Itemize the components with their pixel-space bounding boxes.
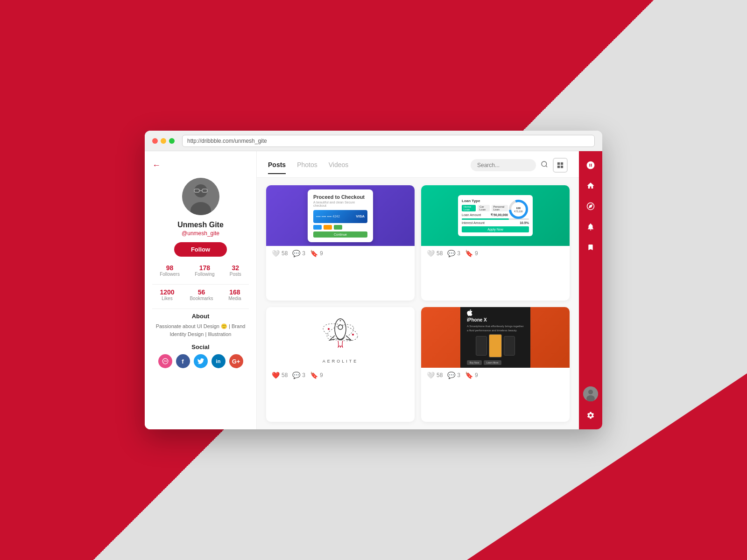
checkout-credit-card: •••• •••• •••• 4242 VISA [313,210,367,223]
social-icons: f in G+ [158,354,243,368]
bookmark-group-4[interactable]: 🔖 9 [465,371,478,379]
svg-point-17 [338,325,343,329]
rs-compass-icon[interactable] [582,198,599,215]
iphone-phone-dark [476,336,487,356]
rs-bookmark-icon[interactable] [582,239,599,256]
post-card-iphone: iPhone X A Smartphone that effortlessly … [421,307,570,422]
social-google[interactable]: G+ [229,354,243,368]
bookmark-group-2[interactable]: 🔖 9 [465,250,478,257]
like-group-4[interactable]: 🤍 58 [427,371,443,379]
rs-home-icon[interactable] [582,177,599,194]
traffic-light-red[interactable] [152,138,158,144]
bookmark-icon-4[interactable]: 🔖 [465,371,473,379]
tab-posts[interactable]: Posts [268,161,286,174]
post-image-loan[interactable]: EMI ₹73,100 Loan Type Home Loan Car Loan… [421,185,570,246]
loan-tab-home[interactable]: Home Loan [462,205,476,211]
heart-icon-3[interactable]: ❤️ [272,371,280,379]
post-actions-2: 🤍 58 💬 3 🔖 9 [421,246,570,261]
checkout-button[interactable]: Continue [313,231,367,238]
app-content: ← Unmesh Gite @unmesh_gite Follow [145,151,602,429]
bookmark-count-3: 9 [320,372,323,378]
like-count-2: 58 [437,250,443,257]
svg-point-7 [542,161,547,167]
post-image-aerolite[interactable]: AEROLITE [266,307,415,368]
tab-photos[interactable]: Photos [297,161,317,174]
traffic-light-green[interactable] [169,138,175,144]
address-bar[interactable]: http://dribbble.com/unmesh_gite [182,135,595,147]
aerolite-text: AEROLITE [323,359,359,364]
svg-text:₹73,100: ₹73,100 [514,210,523,213]
search-button[interactable] [541,161,548,170]
social-dribbble[interactable] [158,354,172,368]
social-facebook[interactable]: f [176,354,190,368]
following-value: 178 [199,264,210,272]
comment-icon-3[interactable]: 💬 [292,371,300,379]
rs-settings-icon[interactable] [582,407,599,424]
bookmarks-value: 56 [198,288,205,296]
stat-bookmarks: 56 Bookmarks [190,288,213,301]
comment-count-1: 3 [302,250,305,257]
heart-icon-2[interactable]: 🤍 [427,250,435,257]
media-value: 168 [229,288,240,296]
bookmark-group-3[interactable]: 🔖 9 [310,371,323,379]
comment-icon-4[interactable]: 💬 [447,371,455,379]
main-area: Posts Photos Videos [257,151,579,429]
follow-button[interactable]: Follow [174,242,227,257]
stat-media: 168 Media [228,288,241,301]
like-group-1[interactable]: 🤍 58 [272,250,288,257]
likes-label: Likes [162,296,172,301]
iphone-card-inner: iPhone X A Smartphone that effortlessly … [460,307,530,368]
bookmark-icon-3[interactable]: 🔖 [310,371,318,379]
bookmark-icon-2[interactable]: 🔖 [465,250,473,257]
social-linkedin[interactable]: in [211,354,226,368]
comment-group-4[interactable]: 💬 3 [447,371,460,379]
bookmark-count-1: 9 [320,250,323,257]
bookmark-count-4: 9 [475,372,478,378]
profile-username: @unmesh_gite [182,230,219,237]
heart-icon-4[interactable]: 🤍 [427,371,435,379]
followers-value: 98 [166,264,174,272]
traffic-light-yellow[interactable] [161,138,166,144]
rs-user-avatar[interactable] [583,386,598,401]
followers-label: Followers [160,272,180,277]
comment-group-1[interactable]: 💬 3 [292,250,305,257]
back-button[interactable]: ← [152,161,161,170]
comment-icon-2[interactable]: 💬 [447,250,455,257]
search-input[interactable] [471,159,536,171]
loan-tab-car[interactable]: Car Loan [478,205,490,211]
bookmarks-label: Bookmarks [190,296,213,301]
heart-icon-1[interactable]: 🤍 [272,250,280,257]
social-twitter[interactable] [194,354,208,368]
like-group-2[interactable]: 🤍 58 [427,250,443,257]
comment-group-3[interactable]: 💬 3 [292,371,305,379]
rocket-svg [319,311,361,358]
stat-following: 178 Following [195,264,214,277]
bookmark-icon-1[interactable]: 🔖 [310,250,318,257]
aerolite-logo: AEROLITE [319,311,361,364]
stat-likes: 1200 Likes [160,288,174,301]
stats-row-2: 1200 Likes 56 Bookmarks 168 Media [152,288,249,301]
rs-bell-icon[interactable] [582,218,599,235]
bookmark-group-1[interactable]: 🔖 9 [310,250,323,257]
svg-marker-24 [589,205,592,208]
buy-now-button[interactable]: Buy Now [467,360,482,365]
following-label: Following [195,272,214,277]
loan-card-inner: EMI ₹73,100 Loan Type Home Loan Car Loan… [458,195,533,236]
bookmark-count-2: 9 [475,250,478,257]
loan-tab-personal[interactable]: Personal Loan [492,205,508,211]
grid-view-button[interactable] [553,158,568,173]
like-group-3[interactable]: ❤️ 58 [272,371,288,379]
checkout-title: Proceed to Checkout [313,194,367,200]
iphone-action-buttons: Buy Now Learn More [467,360,524,365]
post-image-iphone[interactable]: iPhone X A Smartphone that effortlessly … [421,307,570,368]
loan-apply-button[interactable]: Apply Now [462,226,529,232]
comment-group-2[interactable]: 💬 3 [447,250,460,257]
learn-more-button[interactable]: Learn More [484,360,501,365]
comment-icon-1[interactable]: 💬 [292,250,300,257]
svg-point-26 [588,390,593,394]
divider-2 [152,308,249,309]
divider-1 [152,284,249,285]
rs-brand-icon[interactable] [582,157,599,174]
tab-videos[interactable]: Videos [329,161,349,174]
post-image-checkout[interactable]: Proceed to Checkout A beautiful and clea… [266,185,415,246]
